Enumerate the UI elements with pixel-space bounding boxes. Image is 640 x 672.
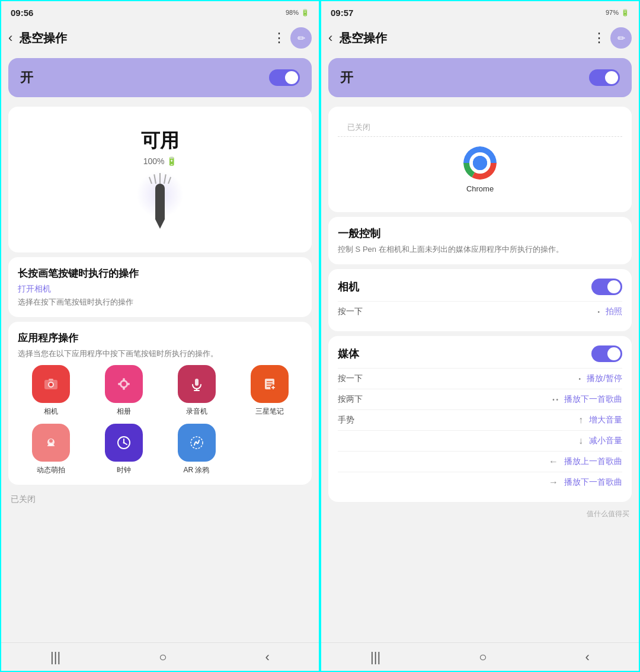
media-gesture-left: ← 播放上一首歌曲	[338, 451, 622, 472]
left-toggle-label: 开	[20, 69, 33, 87]
left-longpress-heading: 长按画笔按键时执行的操作	[18, 267, 302, 280]
left-time: 09:56	[11, 8, 33, 18]
chrome-label: Chrome	[466, 184, 494, 193]
right-nav-back[interactable]: ‹	[585, 649, 590, 665]
media-gesture-up: 手势 ↑ 增大音量	[338, 409, 622, 430]
left-toggle-switch[interactable]	[269, 69, 300, 86]
left-nav-recent[interactable]: |||	[50, 649, 60, 665]
left-longpress-desc: 选择在按下画笔按钮时执行的操作	[18, 297, 302, 308]
right-closed-card: 已关闭	[328, 107, 632, 212]
svg-rect-3	[49, 379, 53, 380]
svg-rect-10	[195, 379, 199, 386]
right-toggle-switch[interactable]	[589, 69, 620, 86]
svg-point-7	[123, 388, 125, 390]
left-status-icons: 98% 🔋	[286, 9, 309, 17]
right-menu-button[interactable]: ⋮	[593, 30, 606, 46]
svg-point-2	[49, 383, 53, 386]
app-item-camera[interactable]: 相机	[18, 365, 84, 417]
svg-point-21	[49, 439, 53, 443]
app-icon-camera	[32, 365, 70, 403]
left-top-bar: ‹ 悬空操作 ⋮ ✏	[1, 23, 319, 53]
gesture-left-action[interactable]: 播放上一首歌曲	[564, 456, 622, 467]
gesture-down-arrow: ↓	[578, 436, 583, 446]
left-nav-back[interactable]: ‹	[265, 649, 270, 665]
left-apps-heading: 应用程序操作	[18, 331, 302, 345]
media-gesture-right: → 播放下一首歌曲	[338, 472, 622, 492]
left-menu-button[interactable]: ⋮	[273, 30, 286, 46]
app-icon-recorder	[178, 365, 216, 403]
media-row-press1: 按一下 • 播放/暂停	[338, 368, 622, 389]
app-item-ardraw[interactable]: AR 涂鸦	[164, 424, 229, 475]
camera-row-press: 按一下 • 拍照	[338, 301, 622, 322]
gesture-down-action[interactable]: 减小音量	[589, 436, 622, 446]
gesture-up-action[interactable]: 增大音量	[589, 415, 622, 425]
app-item-gallery[interactable]: 相册	[91, 365, 156, 417]
right-general-control: 一般控制 控制 S Pen 在相机和上面未列出的媒体应用程序中所执行的操作。	[328, 217, 632, 264]
right-camera-toggle[interactable]	[591, 279, 622, 295]
left-closed-label: 已关闭	[1, 489, 319, 505]
media-press2-action[interactable]: 播放下一首歌曲	[564, 394, 622, 405]
svg-point-8	[118, 383, 120, 385]
right-page-title: 悬空操作	[340, 30, 593, 46]
svg-point-9	[127, 383, 130, 385]
app-icon-livefocus	[32, 424, 70, 462]
camera-press-label: 按一下	[338, 306, 597, 317]
left-battery: 98%	[286, 9, 299, 16]
media-press1-action[interactable]: 播放/暂停	[587, 373, 622, 384]
left-longpress-link[interactable]: 打开相机	[18, 284, 302, 295]
gesture-right-arrow: →	[549, 477, 558, 488]
svg-point-6	[123, 378, 125, 380]
svg-point-25	[123, 442, 124, 444]
right-panel: 09:57 97% 🔋 ‹ 悬空操作 ⋮ ✏ 开 已关闭	[320, 0, 640, 672]
app-icon-clock	[105, 424, 143, 462]
left-content: 可用 100% 🔋	[1, 102, 319, 642]
right-media-toggle[interactable]	[591, 345, 622, 362]
right-chrome-item[interactable]: Chrome	[338, 137, 622, 203]
chrome-icon	[463, 146, 497, 180]
app-label-livefocus: 动态萌拍	[37, 465, 65, 475]
gesture-right-action[interactable]: 播放下一首歌曲	[564, 477, 622, 488]
right-camera-control: 相机 按一下 • 拍照	[328, 269, 632, 331]
right-nav-home[interactable]: ○	[479, 649, 487, 665]
left-nav-bar: ||| ○ ‹	[1, 642, 319, 671]
right-toggle-row: 开	[328, 58, 632, 97]
left-battery-icon: 🔋	[301, 9, 309, 17]
app-icon-ardraw	[178, 424, 216, 462]
right-nav-bar: ||| ○ ‹	[321, 642, 639, 671]
media-press2-label: 按两下	[338, 394, 552, 405]
svg-point-30	[473, 156, 487, 170]
app-item-livefocus[interactable]: 动态萌拍	[18, 424, 84, 475]
media-gesture-down: ↓ 减小音量	[338, 430, 622, 451]
left-back-button[interactable]: ‹	[8, 30, 12, 46]
right-time: 09:57	[331, 8, 353, 18]
app-item-clock[interactable]: 时钟	[91, 424, 156, 475]
right-top-bar: ‹ 悬空操作 ⋮ ✏	[321, 23, 639, 53]
right-nav-recent[interactable]: |||	[370, 649, 380, 665]
right-general-control-title: 一般控制	[338, 226, 622, 241]
gesture-left-arrow: ←	[549, 456, 558, 467]
left-page-title: 悬空操作	[20, 30, 273, 46]
left-available-card: 可用 100% 🔋	[8, 107, 312, 252]
left-apps-card: 应用程序操作 选择当您在以下应用程序中按下画笔按钮时所执行的操作。 相机	[8, 322, 312, 485]
left-available-section: 可用 100% 🔋	[18, 116, 302, 243]
camera-press-action[interactable]: 拍照	[606, 306, 622, 317]
app-label-recorder: 录音机	[186, 407, 207, 417]
app-label-notes: 三星笔记	[255, 407, 284, 417]
camera-press-dots: •	[597, 309, 600, 315]
app-label-clock: 时钟	[117, 465, 131, 475]
app-item-notes[interactable]: 三星笔记	[236, 365, 302, 417]
right-toggle-label: 开	[340, 69, 353, 87]
app-icon-notes	[251, 365, 289, 403]
right-back-button[interactable]: ‹	[328, 30, 332, 46]
right-camera-header: 相机	[338, 279, 622, 295]
app-item-recorder[interactable]: 录音机	[164, 365, 229, 417]
media-press2-dots: • •	[552, 396, 558, 403]
left-nav-home[interactable]: ○	[159, 649, 167, 665]
watermark: 值什么值得买	[321, 507, 639, 521]
right-general-control-desc: 控制 S Pen 在相机和上面未列出的媒体应用程序中所执行的操作。	[338, 244, 622, 255]
media-gesture-label: 手势	[338, 415, 578, 425]
left-status-bar: 09:56 98% 🔋	[1, 1, 319, 23]
right-closed-label: 已关闭	[338, 116, 622, 137]
left-longpress-card: 长按画笔按键时执行的操作 打开相机 选择在按下画笔按钮时执行的操作	[8, 257, 312, 317]
app-label-gallery: 相册	[117, 407, 131, 417]
